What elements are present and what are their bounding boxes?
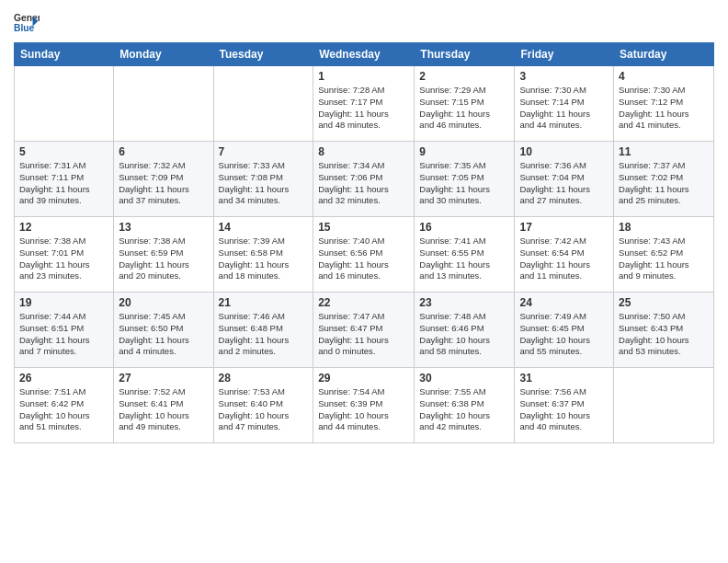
day-number: 14 [219,221,309,234]
day-number: 16 [419,221,509,234]
day-number: 7 [219,145,309,158]
day-number: 2 [419,70,509,83]
day-info: Sunrise: 7:47 AM Sunset: 6:47 PM Dayligh… [318,311,409,358]
calendar-cell: 13Sunrise: 7:38 AM Sunset: 6:59 PM Dayli… [114,217,213,293]
day-number: 11 [619,145,709,158]
calendar-cell: 18Sunrise: 7:43 AM Sunset: 6:52 PM Dayli… [614,217,714,293]
day-info: Sunrise: 7:52 AM Sunset: 6:41 PM Dayligh… [119,386,208,433]
day-number: 9 [419,145,509,158]
calendar-cell: 30Sunrise: 7:55 AM Sunset: 6:38 PM Dayli… [415,368,515,443]
calendar-cell: 3Sunrise: 7:30 AM Sunset: 7:14 PM Daylig… [515,66,614,142]
day-info: Sunrise: 7:36 AM Sunset: 7:04 PM Dayligh… [519,160,609,207]
week-row-4: 19Sunrise: 7:44 AM Sunset: 6:51 PM Dayli… [15,293,714,368]
calendar-cell: 15Sunrise: 7:40 AM Sunset: 6:56 PM Dayli… [313,217,415,293]
calendar-cell: 4Sunrise: 7:30 AM Sunset: 7:12 PM Daylig… [614,66,714,142]
day-number: 25 [619,296,709,309]
week-row-3: 12Sunrise: 7:38 AM Sunset: 7:01 PM Dayli… [15,217,714,293]
day-info: Sunrise: 7:48 AM Sunset: 6:46 PM Dayligh… [419,311,509,358]
day-info: Sunrise: 7:37 AM Sunset: 7:02 PM Dayligh… [619,160,709,207]
day-number: 31 [519,372,609,385]
day-info: Sunrise: 7:33 AM Sunset: 7:08 PM Dayligh… [219,160,309,207]
calendar-cell: 25Sunrise: 7:50 AM Sunset: 6:43 PM Dayli… [614,293,714,368]
weekday-header-thursday: Thursday [415,43,515,66]
day-number: 26 [19,372,108,385]
calendar-cell: 14Sunrise: 7:39 AM Sunset: 6:58 PM Dayli… [213,217,313,293]
day-number: 24 [519,296,609,309]
calendar-cell: 28Sunrise: 7:53 AM Sunset: 6:40 PM Dayli… [213,368,313,443]
calendar-cell [614,368,714,443]
calendar-cell: 20Sunrise: 7:45 AM Sunset: 6:50 PM Dayli… [114,293,213,368]
day-number: 6 [119,145,208,158]
weekday-header-tuesday: Tuesday [213,43,313,66]
calendar-cell: 9Sunrise: 7:35 AM Sunset: 7:05 PM Daylig… [415,142,515,217]
calendar-cell [15,66,114,142]
day-number: 28 [219,372,309,385]
calendar-cell [114,66,213,142]
calendar-cell [213,66,313,142]
day-number: 12 [19,221,108,234]
day-number: 19 [19,296,108,309]
calendar-cell: 26Sunrise: 7:51 AM Sunset: 6:42 PM Dayli… [15,368,114,443]
day-info: Sunrise: 7:54 AM Sunset: 6:39 PM Dayligh… [318,386,409,433]
calendar-cell: 27Sunrise: 7:52 AM Sunset: 6:41 PM Dayli… [114,368,213,443]
day-number: 21 [219,296,309,309]
week-row-5: 26Sunrise: 7:51 AM Sunset: 6:42 PM Dayli… [15,368,714,443]
day-number: 18 [619,221,709,234]
day-info: Sunrise: 7:49 AM Sunset: 6:45 PM Dayligh… [519,311,609,358]
calendar-cell: 6Sunrise: 7:32 AM Sunset: 7:09 PM Daylig… [114,142,213,217]
day-info: Sunrise: 7:28 AM Sunset: 7:17 PM Dayligh… [318,85,409,132]
weekday-header-saturday: Saturday [614,43,714,66]
calendar-cell: 31Sunrise: 7:56 AM Sunset: 6:37 PM Dayli… [515,368,614,443]
calendar-cell: 1Sunrise: 7:28 AM Sunset: 7:17 PM Daylig… [313,66,415,142]
day-number: 10 [519,145,609,158]
calendar-cell: 24Sunrise: 7:49 AM Sunset: 6:45 PM Dayli… [515,293,614,368]
day-number: 3 [519,70,609,83]
day-info: Sunrise: 7:30 AM Sunset: 7:14 PM Dayligh… [519,85,609,132]
calendar-cell: 22Sunrise: 7:47 AM Sunset: 6:47 PM Dayli… [313,293,415,368]
day-info: Sunrise: 7:51 AM Sunset: 6:42 PM Dayligh… [19,386,108,433]
day-info: Sunrise: 7:39 AM Sunset: 6:58 PM Dayligh… [219,236,309,282]
day-info: Sunrise: 7:53 AM Sunset: 6:40 PM Dayligh… [219,386,309,433]
calendar-cell: 2Sunrise: 7:29 AM Sunset: 7:15 PM Daylig… [415,66,515,142]
day-info: Sunrise: 7:38 AM Sunset: 7:01 PM Dayligh… [19,236,108,282]
day-info: Sunrise: 7:31 AM Sunset: 7:11 PM Dayligh… [19,160,108,207]
week-row-2: 5Sunrise: 7:31 AM Sunset: 7:11 PM Daylig… [15,142,714,217]
day-info: Sunrise: 7:43 AM Sunset: 6:52 PM Dayligh… [619,236,709,282]
day-info: Sunrise: 7:55 AM Sunset: 6:38 PM Dayligh… [419,386,509,433]
day-info: Sunrise: 7:40 AM Sunset: 6:56 PM Dayligh… [318,236,409,282]
calendar-cell: 17Sunrise: 7:42 AM Sunset: 6:54 PM Dayli… [515,217,614,293]
day-info: Sunrise: 7:29 AM Sunset: 7:15 PM Dayligh… [419,85,509,132]
day-number: 17 [519,221,609,234]
weekday-header-sunday: Sunday [15,43,114,66]
day-info: Sunrise: 7:32 AM Sunset: 7:09 PM Dayligh… [119,160,208,207]
day-info: Sunrise: 7:46 AM Sunset: 6:48 PM Dayligh… [219,311,309,358]
calendar-cell: 7Sunrise: 7:33 AM Sunset: 7:08 PM Daylig… [213,142,313,217]
calendar-cell: 16Sunrise: 7:41 AM Sunset: 6:55 PM Dayli… [415,217,515,293]
day-number: 15 [318,221,409,234]
day-info: Sunrise: 7:35 AM Sunset: 7:05 PM Dayligh… [419,160,509,207]
svg-text:Blue: Blue [14,23,35,33]
calendar-cell: 11Sunrise: 7:37 AM Sunset: 7:02 PM Dayli… [614,142,714,217]
day-info: Sunrise: 7:56 AM Sunset: 6:37 PM Dayligh… [519,386,609,433]
calendar-table: SundayMondayTuesdayWednesdayThursdayFrid… [14,42,714,443]
day-info: Sunrise: 7:50 AM Sunset: 6:43 PM Dayligh… [619,311,709,358]
day-info: Sunrise: 7:38 AM Sunset: 6:59 PM Dayligh… [119,236,208,282]
day-number: 4 [619,70,709,83]
day-number: 1 [318,70,409,83]
day-info: Sunrise: 7:45 AM Sunset: 6:50 PM Dayligh… [119,311,208,358]
day-info: Sunrise: 7:42 AM Sunset: 6:54 PM Dayligh… [519,236,609,282]
day-number: 27 [119,372,208,385]
calendar-cell: 8Sunrise: 7:34 AM Sunset: 7:06 PM Daylig… [313,142,415,217]
calendar-cell: 21Sunrise: 7:46 AM Sunset: 6:48 PM Dayli… [213,293,313,368]
header: General Blue [14,9,714,35]
week-row-1: 1Sunrise: 7:28 AM Sunset: 7:17 PM Daylig… [15,66,714,142]
day-info: Sunrise: 7:30 AM Sunset: 7:12 PM Dayligh… [619,85,709,132]
day-number: 20 [119,296,208,309]
day-number: 13 [119,221,208,234]
weekday-header-monday: Monday [114,43,213,66]
calendar-cell: 12Sunrise: 7:38 AM Sunset: 7:01 PM Dayli… [15,217,114,293]
day-number: 23 [419,296,509,309]
day-number: 5 [19,145,108,158]
day-info: Sunrise: 7:41 AM Sunset: 6:55 PM Dayligh… [419,236,509,282]
weekday-header-friday: Friday [515,43,614,66]
